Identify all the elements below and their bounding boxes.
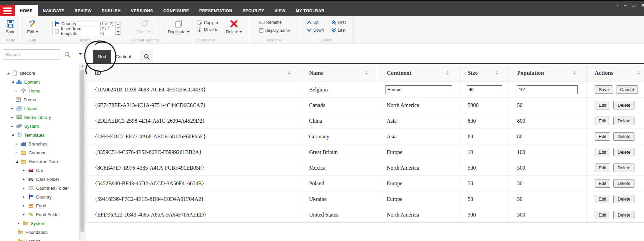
tab-content[interactable]: Content bbox=[111, 50, 136, 63]
sort-icon[interactable] bbox=[288, 70, 290, 76]
tab-publish[interactable]: PUBLISH bbox=[97, 5, 126, 17]
expand-arrow-icon[interactable]: ◢ bbox=[11, 80, 16, 84]
expand-arrow-icon[interactable]: ◢ bbox=[7, 71, 12, 75]
collapse-arrow-icon[interactable]: ▸ bbox=[23, 195, 28, 199]
size-input[interactable] bbox=[467, 85, 502, 94]
hamburger-menu-button[interactable] bbox=[0, 5, 15, 17]
tree-item-templates-system[interactable]: ▸ System bbox=[0, 219, 79, 228]
search-options-caret[interactable] bbox=[78, 53, 82, 57]
tree-item-hackaton-data[interactable]: ◢ Hackaton Data bbox=[0, 157, 79, 166]
row-edit-button[interactable]: Edit bbox=[595, 132, 610, 141]
tree-item-forms[interactable]: Forms bbox=[0, 95, 79, 104]
column-header-id[interactable]: ID bbox=[87, 64, 301, 82]
copy-to-button[interactable]: Copy to bbox=[197, 20, 219, 25]
row-edit-button[interactable]: Edit bbox=[595, 179, 610, 188]
tab-navigate[interactable]: NAVIGATE bbox=[38, 5, 69, 17]
tree-item-cars-folder[interactable]: ▸ Cars Folder bbox=[0, 175, 79, 184]
tree-item-food-folder[interactable]: ▸ Food Folder bbox=[0, 210, 79, 219]
insert-country-option[interactable]: Country (1 of 2) bbox=[53, 21, 115, 27]
collapse-arrow-icon[interactable]: ▸ bbox=[23, 204, 28, 207]
population-input[interactable] bbox=[517, 85, 578, 94]
collapse-arrow-icon[interactable]: ▸ bbox=[16, 151, 21, 154]
collapse-arrow-icon[interactable]: ▸ bbox=[23, 186, 28, 190]
row-save-button[interactable]: Save bbox=[595, 85, 613, 94]
tab-home[interactable]: HOME bbox=[15, 5, 38, 17]
grid-search-button[interactable] bbox=[140, 50, 153, 63]
collapse-arrow-icon[interactable]: ▸ bbox=[11, 107, 16, 110]
spinner-last-icon[interactable] bbox=[117, 31, 120, 35]
tab-grid[interactable]: Grid bbox=[93, 50, 111, 63]
row-delete-button[interactable]: Delete bbox=[613, 132, 634, 141]
sort-first-button[interactable]: First bbox=[331, 20, 346, 25]
collapse-arrow-icon[interactable]: ▸ bbox=[11, 124, 16, 128]
tab-view[interactable]: VIEW bbox=[269, 5, 290, 17]
minimize-icon[interactable]: – bbox=[624, 3, 626, 7]
tree-item-layout[interactable]: ▸ Layout bbox=[0, 104, 79, 113]
tree-item-home[interactable]: ▸ Home bbox=[0, 86, 79, 95]
sort-icon[interactable] bbox=[365, 70, 368, 76]
scrollbar-up-arrow-icon[interactable]: ▲ bbox=[80, 64, 85, 67]
close-icon[interactable]: ✕ bbox=[641, 3, 644, 7]
tree-scrollbar[interactable]: ▲ bbox=[79, 63, 85, 241]
sort-down-button[interactable]: Down bbox=[307, 28, 324, 33]
collapse-arrow-icon[interactable]: ▸ bbox=[16, 89, 21, 92]
row-delete-button[interactable]: Delete bbox=[613, 117, 634, 125]
tag-item-button[interactable]: Tag item bbox=[135, 19, 155, 35]
tree-item-content[interactable]: ◢ Content bbox=[0, 78, 79, 86]
tab-presentation[interactable]: PRESENTATION bbox=[194, 5, 237, 17]
tree-item-country[interactable]: ▸ Country bbox=[0, 192, 79, 201]
insert-from-template-option[interactable]: Insert from template (2 of 2) bbox=[53, 27, 115, 36]
row-edit-button[interactable]: Edit bbox=[595, 195, 610, 203]
row-delete-button[interactable]: Delete bbox=[613, 148, 634, 156]
tree-item-media-library[interactable]: ▸ Media Library bbox=[0, 113, 79, 122]
rename-button[interactable]: Rename bbox=[259, 20, 290, 25]
delete-button[interactable]: Delete bbox=[224, 19, 244, 35]
display-name-button[interactable]: Display name bbox=[259, 28, 290, 33]
row-delete-button[interactable]: Delete bbox=[613, 163, 634, 172]
collapse-arrow-icon[interactable]: ▸ bbox=[23, 169, 28, 172]
row-edit-button[interactable]: Edit bbox=[595, 148, 610, 156]
row-cancel-button[interactable]: Cancel bbox=[616, 85, 638, 94]
tab-security[interactable]: SECURITY bbox=[237, 5, 269, 17]
spinner-up-icon[interactable] bbox=[117, 22, 120, 25]
collapse-arrow-icon[interactable]: ▸ bbox=[11, 116, 16, 119]
tree-item-countries-folder[interactable]: ▸ Countries Folder bbox=[0, 184, 79, 192]
dialog-launcher-icon[interactable] bbox=[91, 39, 93, 41]
collapse-arrow-icon[interactable]: ▸ bbox=[23, 177, 28, 181]
row-delete-button[interactable]: Delete bbox=[613, 195, 634, 203]
tab-versions[interactable]: VERSIONS bbox=[126, 5, 158, 17]
tree-item-system[interactable]: ▸ System bbox=[0, 122, 79, 131]
tree-item-common[interactable]: ▸ Common bbox=[0, 148, 79, 157]
sort-up-button[interactable]: Up bbox=[307, 20, 324, 25]
expand-arrow-icon[interactable]: ◢ bbox=[11, 133, 16, 137]
column-header-name[interactable]: Name bbox=[301, 64, 379, 82]
scrollbar-thumb[interactable] bbox=[80, 70, 84, 232]
tree-item-branches[interactable]: ▸ Branches bbox=[0, 139, 79, 148]
column-header-actions[interactable]: Actions bbox=[586, 64, 644, 82]
maximize-icon[interactable]: ❒ bbox=[632, 3, 635, 7]
save-button[interactable]: Save bbox=[4, 19, 18, 35]
tab-my-toolbar[interactable]: MY TOOLBAR bbox=[290, 5, 329, 17]
expand-arrow-icon[interactable]: ◢ bbox=[16, 160, 21, 163]
row-delete-button[interactable]: Delete bbox=[613, 179, 634, 188]
tree-item-templates[interactable]: ◢ Templates bbox=[0, 131, 79, 139]
row-edit-button[interactable]: Edit bbox=[595, 211, 610, 219]
collapse-arrow-icon[interactable]: ▸ bbox=[16, 142, 21, 145]
sort-last-button[interactable]: Last bbox=[331, 28, 346, 33]
tree-item-feature[interactable]: Feature bbox=[0, 237, 79, 241]
tree-item-food[interactable]: ▸ Food bbox=[0, 201, 79, 210]
sort-icon[interactable] bbox=[496, 70, 498, 76]
sort-icon[interactable] bbox=[637, 70, 640, 76]
row-edit-button[interactable]: Edit bbox=[595, 163, 610, 172]
sort-icon[interactable] bbox=[446, 70, 449, 76]
tab-review[interactable]: REVIEW bbox=[69, 5, 97, 17]
tree-item-foundation[interactable]: Foundation bbox=[0, 228, 79, 237]
row-edit-button[interactable]: Edit bbox=[595, 101, 610, 109]
row-delete-button[interactable]: Delete bbox=[613, 211, 634, 219]
column-header-continent[interactable]: Continent bbox=[378, 64, 459, 82]
tree-item-car[interactable]: ▸ Car bbox=[0, 166, 79, 175]
move-to-button[interactable]: Move to bbox=[197, 27, 219, 32]
row-delete-button[interactable]: Delete bbox=[613, 101, 634, 109]
edit-button[interactable]: Edit bbox=[25, 19, 41, 35]
tree-item-sitecore[interactable]: ◢ sitecore bbox=[0, 69, 79, 78]
